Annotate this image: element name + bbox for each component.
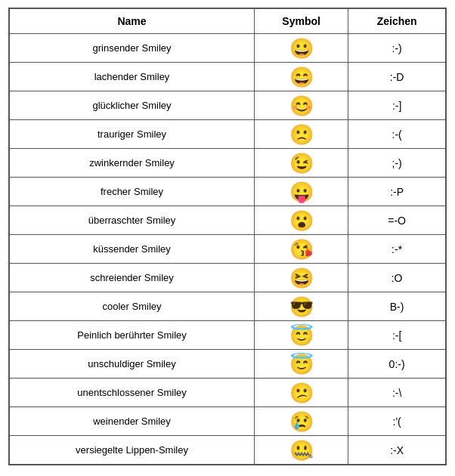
smiley-icon: 😀 <box>289 37 314 60</box>
cell-symbol: 😀 <box>255 34 348 63</box>
smiley-icon: 😉 <box>289 152 314 175</box>
cell-name: Peinlich berührter Smiley <box>10 321 255 350</box>
smiley-icon: 😄 <box>289 66 314 88</box>
cell-symbol: 😢 <box>255 407 348 436</box>
cell-symbol: 😇 <box>255 350 348 379</box>
smiley-icon: 🤐 <box>289 439 314 462</box>
cell-name: glücklicher Smiley <box>10 91 255 120</box>
cell-zeichen: :-\ <box>348 379 446 407</box>
table-header-row: Name Symbol Zeichen <box>10 9 446 34</box>
table-row: schreiender Smiley😆:O <box>10 264 446 292</box>
cell-zeichen: :-) <box>348 34 446 63</box>
cell-name: unentschlossener Smiley <box>10 379 255 407</box>
cell-zeichen: :-* <box>348 235 446 264</box>
cell-symbol: 😉 <box>255 149 348 178</box>
smiley-table-container: Name Symbol Zeichen grinsender Smiley😀:-… <box>8 8 447 465</box>
smiley-icon: 😇 <box>289 353 314 376</box>
table-row: trauriger Smiley🙁:-( <box>10 120 446 149</box>
cell-zeichen: 0:-) <box>348 350 446 379</box>
cell-symbol: 🙁 <box>255 120 348 149</box>
table-row: küssender Smiley😘:-* <box>10 235 446 264</box>
header-zeichen: Zeichen <box>348 9 446 34</box>
cell-zeichen: :-[ <box>348 321 446 350</box>
cell-zeichen: :'( <box>348 407 446 436</box>
table-row: zwinkernder Smiley😉;-) <box>10 149 446 178</box>
cell-zeichen: :O <box>348 264 446 292</box>
smiley-icon: 😎 <box>289 295 314 318</box>
table-row: Peinlich berührter Smiley😇:-[ <box>10 321 446 350</box>
cell-symbol: 😇 <box>255 321 348 350</box>
cell-name: überraschter Smiley <box>10 206 255 235</box>
smiley-icon: 😇 <box>289 324 314 347</box>
smiley-icon: 😮 <box>289 209 314 232</box>
table-row: cooler Smiley😎B-) <box>10 292 446 321</box>
table-row: frecher Smiley😛:-P <box>10 178 446 206</box>
cell-name: cooler Smiley <box>10 292 255 321</box>
cell-name: grinsender Smiley <box>10 34 255 63</box>
table-row: weinender Smiley😢:'( <box>10 407 446 436</box>
cell-symbol: 😘 <box>255 235 348 264</box>
cell-name: weinender Smiley <box>10 407 255 436</box>
cell-zeichen: ;-) <box>348 149 446 178</box>
smiley-icon: 😕 <box>289 382 314 404</box>
smiley-table: Name Symbol Zeichen grinsender Smiley😀:-… <box>9 8 446 465</box>
cell-name: lachender Smiley <box>10 63 255 91</box>
cell-zeichen: =-O <box>348 206 446 235</box>
cell-zeichen: :-] <box>348 91 446 120</box>
cell-symbol: 😕 <box>255 379 348 407</box>
cell-symbol: 😆 <box>255 264 348 292</box>
smiley-icon: 🙁 <box>289 123 314 146</box>
cell-zeichen: :-X <box>348 436 446 465</box>
cell-symbol: 😄 <box>255 63 348 91</box>
cell-name: schreiender Smiley <box>10 264 255 292</box>
cell-symbol: 🤐 <box>255 436 348 465</box>
cell-zeichen: B-) <box>348 292 446 321</box>
cell-symbol: 😮 <box>255 206 348 235</box>
cell-name: trauriger Smiley <box>10 120 255 149</box>
cell-symbol: 😛 <box>255 178 348 206</box>
cell-symbol: 😎 <box>255 292 348 321</box>
smiley-icon: 😛 <box>289 181 314 203</box>
cell-name: küssender Smiley <box>10 235 255 264</box>
table-row: versiegelte Lippen-Smiley🤐:-X <box>10 436 446 465</box>
cell-name: versiegelte Lippen-Smiley <box>10 436 255 465</box>
table-row: grinsender Smiley😀:-) <box>10 34 446 63</box>
header-name: Name <box>10 9 255 34</box>
table-row: überraschter Smiley😮=-O <box>10 206 446 235</box>
cell-name: frecher Smiley <box>10 178 255 206</box>
smiley-icon: 😘 <box>289 238 314 261</box>
cell-name: zwinkernder Smiley <box>10 149 255 178</box>
cell-zeichen: :-( <box>348 120 446 149</box>
smiley-icon: 😆 <box>289 267 314 289</box>
table-row: unschuldiger Smiley😇0:-) <box>10 350 446 379</box>
smiley-icon: 😢 <box>289 410 314 433</box>
table-row: glücklicher Smiley😊:-] <box>10 91 446 120</box>
cell-zeichen: :-P <box>348 178 446 206</box>
smiley-icon: 😊 <box>289 94 314 117</box>
cell-zeichen: :-D <box>348 63 446 91</box>
cell-symbol: 😊 <box>255 91 348 120</box>
cell-name: unschuldiger Smiley <box>10 350 255 379</box>
header-symbol: Symbol <box>255 9 348 34</box>
table-row: unentschlossener Smiley😕:-\ <box>10 379 446 407</box>
table-row: lachender Smiley😄:-D <box>10 63 446 91</box>
